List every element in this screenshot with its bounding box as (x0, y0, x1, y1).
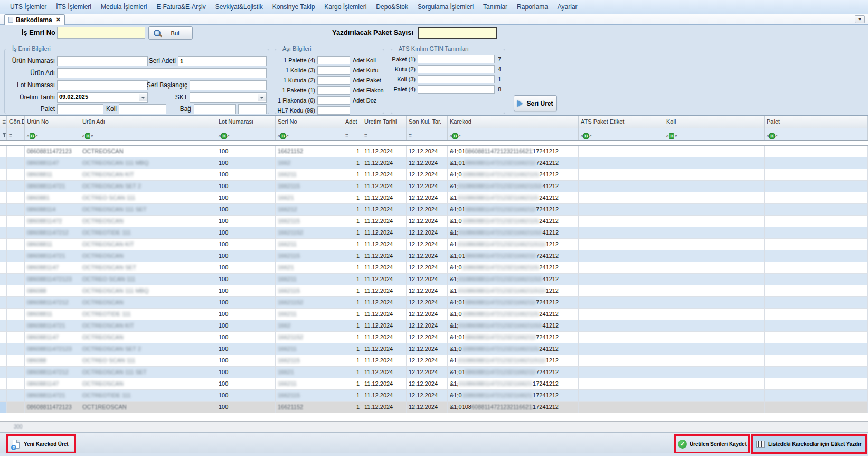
tab-close-icon[interactable]: ✕ (56, 16, 61, 23)
filter-cell-ats[interactable]: aBc (579, 128, 664, 140)
table-row[interactable]: 0860881147OCTREOSCAN SET10016621111.12.2… (0, 262, 868, 274)
menu-item-4[interactable]: E-Fatura&E-Arşiv (152, 3, 210, 11)
seri-adeti-input[interactable] (178, 56, 267, 66)
tab-list-dropdown-button[interactable]: ▼ (855, 15, 865, 23)
column-header-urun_no[interactable]: Ürün No (25, 116, 80, 128)
table-row[interactable]: 0860881147OCTREOSCAN100166211111.12.2024… (0, 378, 868, 390)
table-row[interactable]: 0860881147212OCTREOSCAN10016621152111.12… (0, 297, 868, 309)
ats-row-input[interactable] (418, 55, 495, 63)
filter-cell-adet[interactable]: = (343, 128, 362, 140)
column-header-urun_adi[interactable]: Ürün Adı (80, 116, 216, 128)
paket-sayisi-input[interactable] (418, 27, 497, 39)
urun-adi-input[interactable] (57, 68, 267, 78)
table-row[interactable]: 08608811472123OCTREOSCAN SET 21001662111… (0, 343, 868, 355)
menu-item-11[interactable]: Raporlama (512, 3, 553, 11)
column-header-karekod[interactable]: Karekod (448, 116, 579, 128)
menu-item-5[interactable]: Sevkiyat&Lojistik (211, 3, 268, 11)
table-row[interactable]: 086088OCTREOSCAN 111 MBQ1001662115111.12… (0, 285, 868, 297)
filter-cell-koli[interactable]: aBc (664, 128, 765, 140)
table-row[interactable]: 08608811472123OCTREO SCAN 11110016621111… (0, 274, 868, 285)
chevron-down-icon[interactable] (258, 94, 266, 101)
asi-row-input[interactable] (317, 96, 350, 105)
filter-cell-palet[interactable]: aBc (765, 128, 868, 140)
tab-barkodlama[interactable]: Barkodlama ✕ (4, 14, 65, 25)
menu-item-8[interactable]: Depo&Stok (371, 3, 413, 11)
table-row[interactable]: 08608811OCTREOTIDE 111100166211111.12.20… (0, 309, 868, 320)
bag-input-2[interactable] (238, 104, 267, 114)
filter-cell-ind[interactable] (0, 128, 7, 140)
table-row[interactable]: 086088114721OCTREOSCAN SET 2100166211511… (0, 181, 868, 192)
filter-cell-gon[interactable]: = (7, 128, 25, 140)
filter-cell-uretim[interactable]: = (362, 128, 407, 140)
menu-item-7[interactable]: Kargo İşlemleri (319, 3, 371, 11)
filter-cell-seri_no[interactable]: aBc (276, 128, 343, 140)
column-header-koli[interactable]: Koli (664, 116, 765, 128)
ats-row-input[interactable] (418, 75, 495, 83)
table-row[interactable]: 0860881147212OCTREOSCAN 111 SET100166211… (0, 367, 868, 378)
filter-cell-skt[interactable]: = (407, 128, 448, 140)
table-row[interactable]: 08608811OCTREOSCAN KIT100166211111.12.20… (0, 239, 868, 250)
menu-item-2[interactable]: İTS İşlemleri (51, 3, 96, 11)
column-header-gon[interactable]: Gön.Dı (7, 116, 25, 128)
table-row[interactable]: 086088114OCTREOSCAN 111 SET100166212111.… (0, 204, 868, 216)
cell-palet (765, 309, 868, 320)
filter-cell-urun_no[interactable]: aBc (25, 128, 80, 140)
menu-item-12[interactable]: Ayarlar (553, 3, 582, 11)
asi-row-input[interactable] (317, 106, 350, 115)
is-emri-no-label: İş Emri No (0, 29, 55, 36)
asi-row-input[interactable] (317, 86, 350, 95)
table-row[interactable]: 08608811472123OCTREOSCAN10016621152111.1… (0, 146, 868, 157)
ats-row-input[interactable] (418, 65, 495, 73)
table-row[interactable]: 08608811OCTREOSCAN KIT100166211111.12.20… (0, 169, 868, 181)
menu-item-3[interactable]: Medula İşlemleri (96, 3, 152, 11)
table-row[interactable]: 0860881OCTREO SCAN 11110016621111.12.202… (0, 192, 868, 204)
table-row[interactable]: 08608811472123OCT1REOSCAN10016621152111.… (0, 402, 868, 413)
yeni-karekod-uret-button[interactable]: Yeni Karekod Üret (8, 436, 74, 452)
menu-item-10[interactable]: Tanımlar (478, 3, 512, 11)
record-count: 300 (14, 424, 23, 430)
table-row[interactable]: 086088114721OCTREOSCAN KIT1001662111.12.… (0, 320, 868, 332)
etiket-yazdir-button[interactable]: Listedeki Karekodlar için Etiket Yazdır (753, 436, 865, 452)
column-header-palet[interactable]: Palet (765, 116, 868, 128)
cell-karekod: &1;0108608811472123211662115;10021831724… (448, 378, 579, 390)
table-row[interactable]: 08608811472OCTREOSCAN1001662115111.12.20… (0, 216, 868, 227)
bul-button[interactable]: Bul (148, 26, 193, 40)
uretilen-serileri-kaydet-button[interactable]: ✓ Üretilen Serileri Kaydet (676, 436, 748, 452)
filter-cell-karekod[interactable]: aBc (448, 128, 579, 140)
column-header-lot[interactable]: Lot Numarası (216, 116, 276, 128)
table-row[interactable]: 086088114721OCTREOSCAN1001662115111.12.2… (0, 250, 868, 262)
ats-row-input[interactable] (418, 85, 495, 94)
filter-cell-lot[interactable]: aBc (216, 128, 276, 140)
table-row[interactable]: 0860881147OCTREOSCAN 111 MBQ1001662111.1… (0, 157, 868, 169)
cell-seri_no: 1662 (276, 157, 343, 169)
column-header-ats[interactable]: ATS Paket Etiket (579, 116, 664, 128)
asi-row-label: 1 Flakonda (0) (275, 97, 315, 104)
cell-seri_no: 16621 (276, 192, 343, 204)
filter-cell-urun_adi[interactable]: aBc (80, 128, 216, 140)
seri-uret-button[interactable]: Seri Üret (514, 95, 557, 111)
asi-row-input[interactable] (317, 76, 350, 85)
menu-item-1[interactable]: UTS İşlemler (5, 3, 51, 11)
column-header-adet[interactable]: Adet (343, 116, 362, 128)
cell-ind (0, 216, 7, 227)
table-row[interactable]: 0860881147212OCTREOTIDE 1111001662115211… (0, 227, 868, 239)
table-row[interactable]: 0860881147OCTREOSCAN10016621152111.12.20… (0, 332, 868, 343)
menu-item-6[interactable]: Konsinye Takip (268, 3, 320, 11)
seri-adeti-label: Seri Adeti (123, 57, 176, 64)
column-header-skt[interactable]: Son Kul. Tar. (407, 116, 448, 128)
menu-item-9[interactable]: Sorgulama İşlemleri (413, 3, 478, 11)
seri-baslangic-input[interactable] (190, 80, 267, 90)
asi-row-input[interactable] (317, 66, 350, 75)
is-emri-no-input[interactable] (57, 27, 145, 39)
cell-palet (765, 378, 868, 390)
cell-ats (579, 216, 664, 227)
skt-combo[interactable] (190, 92, 267, 103)
column-header-uretim[interactable]: Üretim Tarihi (362, 116, 407, 128)
table-row[interactable]: 086088OCTREO SCAN 1111001662115111.12.20… (0, 355, 868, 367)
column-header-seri_no[interactable]: Seri No (276, 116, 343, 128)
cell-urun_no: 08608811 (25, 169, 80, 181)
table-row[interactable]: 086088114721OCTREOTIDE 1111001662115111.… (0, 390, 868, 402)
tab-label: Barkodlama (16, 16, 52, 24)
bag-input[interactable] (194, 104, 236, 114)
asi-row-input[interactable] (317, 56, 350, 64)
